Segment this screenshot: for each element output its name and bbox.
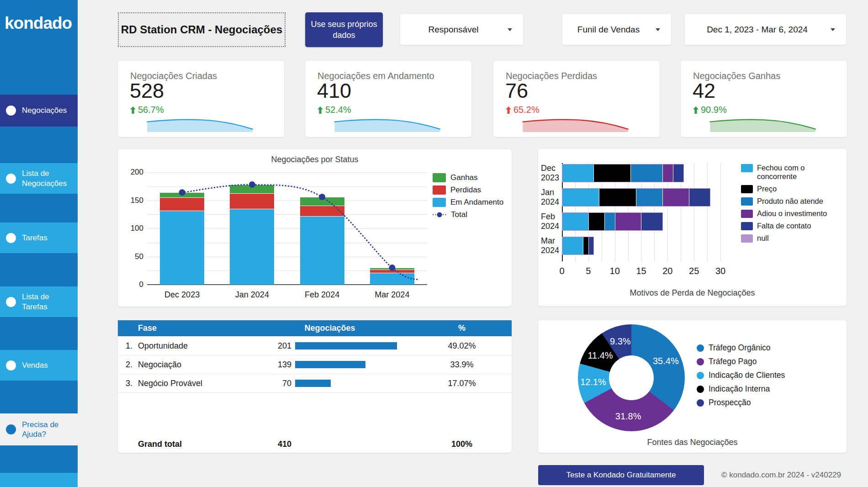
legend-item-null[interactable]: null [741, 234, 839, 243]
stacked-bar-dec-2023[interactable] [160, 193, 204, 285]
legend-swatch [697, 386, 704, 393]
legend-item-indicação-de-clientes[interactable]: Indicação de Clientes [697, 371, 785, 380]
sidebar-item-label: Negociações [22, 106, 69, 115]
responsavel-filter-dropdown[interactable]: Responsável [400, 14, 523, 45]
help-icon [6, 424, 16, 434]
bullet-icon [6, 297, 16, 307]
legend-swatch [741, 164, 753, 172]
x-axis-tick: 0 [553, 266, 571, 276]
report-title-text: RD Station CRM - Negociações [121, 23, 282, 36]
legend-item-tráfego-orgânico[interactable]: Tráfego Orgânico [697, 343, 785, 353]
sidebar: kondado NegociaçõesLista de NegociaçõesT… [0, 0, 78, 487]
col-header-negociacoes: Negociações [248, 323, 412, 333]
sidebar-item-lista-de-negociacoes[interactable]: Lista de Negociações [0, 163, 78, 194]
legend-swatch [697, 358, 704, 365]
kpi-value: 528 [130, 79, 164, 103]
sidebar-item-precisa-de-ajuda[interactable]: Precisa de Ajuda? [0, 413, 78, 445]
sidebar-item-label: Tarefas [22, 233, 69, 243]
chevron-down-icon [508, 28, 512, 31]
slice-label: 9.3% [610, 336, 631, 346]
bar-segment [370, 270, 414, 273]
kpi-delta: 90.9% [693, 105, 727, 115]
kpi-card-1: Negociações Criadas52856.7% [118, 61, 284, 137]
hbar-jan-2024[interactable] [562, 188, 710, 206]
legend-item-preço[interactable]: Preço [741, 185, 839, 193]
sidebar-item-tarefas[interactable]: Tarefas [0, 222, 78, 253]
bar-segment [636, 189, 662, 206]
bar-segment [230, 194, 274, 209]
use-own-data-button[interactable]: Use seus próprios dados [305, 12, 383, 47]
table-row[interactable]: 2.Negociação13933.9% [118, 355, 512, 374]
legend-item-fechou-com-o-concorrente[interactable]: Fechou com o concorrente [741, 164, 839, 181]
bar-segment [370, 273, 414, 285]
sidebar-item-lista-de-tarefas[interactable]: Lista de Tarefas [0, 286, 78, 317]
stacked-bar-jan-2024[interactable] [230, 185, 274, 285]
bar-segment [160, 193, 204, 197]
bar-segment [562, 237, 583, 254]
legend-item-total[interactable]: Total [433, 210, 503, 219]
legend-item-produto-não-atende[interactable]: Produto não atende [741, 197, 839, 206]
table-row[interactable]: 3.Negócio Provável7017.07% [118, 374, 512, 393]
y-axis-tick: 50 [118, 252, 143, 261]
legend-item-indicação-interna[interactable]: Indicação Interna [697, 384, 785, 394]
bar-segment [583, 237, 588, 254]
status-chart-title: Negociações por Status [118, 155, 512, 164]
date-range-dropdown[interactable]: Dec 1, 2023 - Mar 6, 2024 [685, 14, 846, 45]
legend-item-perdidas[interactable]: Perdidas [433, 185, 503, 195]
bar-segment [300, 217, 344, 285]
legend-item-em-andamento[interactable]: Em Andamento [433, 198, 503, 207]
stacked-bar-mar-2024[interactable] [370, 268, 414, 285]
bar-segment [663, 189, 689, 206]
status-chart-legend: GanhasPerdidasEm AndamentoTotal [433, 173, 503, 219]
stacked-bar-feb-2024[interactable] [300, 197, 344, 285]
bar-segment [589, 237, 594, 254]
y-axis-tick: 150 [118, 196, 143, 205]
funil-de-vendas-filter-dropdown[interactable]: Funil de Vendas [562, 14, 671, 45]
table-grand-total-row: Grand total 410 100% [118, 435, 512, 453]
x-axis-tick: 10 [606, 266, 624, 276]
bar-segment [230, 209, 274, 285]
x-axis-tick: 20 [658, 266, 677, 276]
legend-item-adiou-o-investimento[interactable]: Adiou o investimento [741, 209, 839, 218]
bar-segment [641, 213, 662, 230]
x-axis-tick: 30 [711, 266, 730, 276]
kpi-delta: 56.7% [130, 105, 164, 115]
y-axis-tick: 100 [118, 224, 143, 233]
bar-segment [594, 164, 630, 182]
total-line-icon [433, 212, 446, 218]
kpi-card-3: Negociações Perdidas7665.2% [493, 61, 660, 137]
slice-label: 35.4% [653, 355, 679, 366]
kpi-sparkline [333, 117, 443, 132]
legend-swatch [433, 185, 446, 195]
hbar-dec-2023[interactable] [562, 164, 684, 182]
hbar-mar-2024[interactable] [562, 237, 594, 255]
negociacoes-value: 201 [248, 341, 291, 351]
y-axis-category: Dec2023 [538, 163, 559, 183]
bar-segment [631, 164, 662, 182]
motivos-chart-legend: Fechou com o concorrentePreçoProduto não… [741, 164, 839, 243]
table-row[interactable]: 1.Oportunidade20149.02% [118, 337, 512, 355]
legend-item-tráfego-pago[interactable]: Tráfego Pago [697, 357, 785, 366]
fase-name: Negócio Provável [138, 379, 248, 388]
bar-segment [562, 164, 593, 182]
legend-swatch [741, 234, 753, 243]
status-chart-card: Negociações por Status 050100150200 Dec … [118, 149, 512, 307]
value-bar [295, 361, 365, 368]
sidebar-item-vendas[interactable]: Vendas [0, 350, 78, 381]
teste-kondado-button[interactable]: Teste a Kondado Gratuitamente [538, 465, 704, 485]
hbar-feb-2024[interactable] [562, 212, 663, 231]
legend-item-ganhas[interactable]: Ganhas [433, 173, 503, 182]
fontes-donut-legend: Tráfego OrgânicoTráfego PagoIndicação de… [697, 343, 785, 408]
sidebar-item-label: Precisa de Ajuda? [22, 420, 69, 439]
kpi-sparkline [146, 117, 256, 132]
kpi-value: 76 [505, 79, 528, 103]
sidebar-item-negociacoes[interactable]: Negociações [0, 95, 78, 127]
bar-segment [230, 185, 274, 193]
x-axis-tick: Jan 2024 [217, 290, 287, 300]
bar-segment [300, 197, 344, 205]
bar-segment [370, 268, 414, 270]
legend-swatch [697, 372, 704, 379]
legend-item-falta-de-contato[interactable]: Falta de contato [741, 222, 839, 230]
bar-segment [160, 211, 204, 285]
legend-item-prospecção[interactable]: Prospecção [697, 398, 785, 408]
